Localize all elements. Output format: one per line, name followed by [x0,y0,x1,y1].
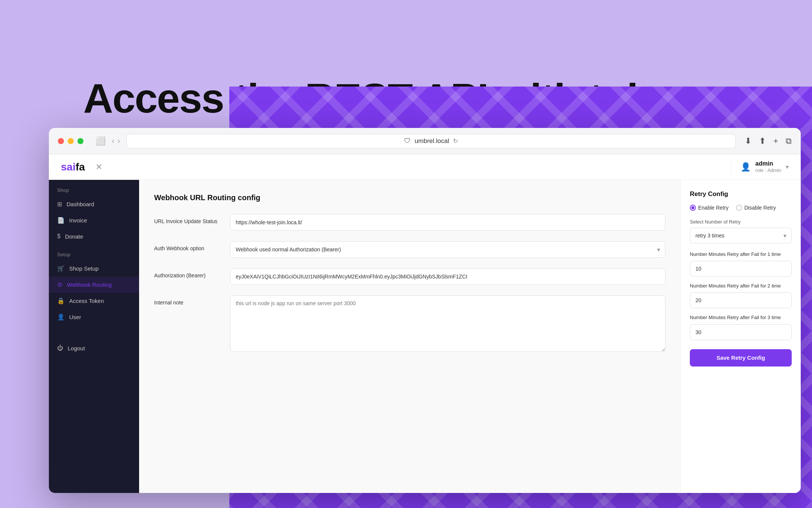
center-panel: Webhook URL Routing config URL Invoice U… [139,180,680,493]
retry-count-select[interactable]: retry 1 time retry 2 times retry 3 times… [690,228,792,243]
sidebar-item-label: Dashboard [67,201,94,207]
sidebar-item-label: Logout [68,345,85,351]
sidebar-item-dashboard[interactable]: ⊞ Dashboard [49,196,139,212]
fail3-input[interactable] [690,324,792,340]
sidebar-item-user[interactable]: 👤 User [49,309,139,325]
auth-label: Auth Webhook option [154,241,218,252]
sidebar-section-shop: Shop [49,180,139,196]
admin-info: admin role : Admin [755,160,781,174]
auth-control: Webhook used normal Authorization (Beare… [230,241,665,258]
shop-setup-icon: 🛒 [57,265,65,272]
sidebar: Shop ⊞ Dashboard 📄 Invoice $ Donate Setu… [49,154,139,493]
retry-select-wrapper: retry 1 time retry 2 times retry 3 times… [690,228,792,243]
donate-icon: $ [57,233,61,240]
browser-window: ⬜ ‹ › 🛡 umbrel.local ↻ ⬇ ⬆ + ⧉ saifa ✕ 👤 [49,128,801,493]
chevron-down-icon[interactable]: ▾ [786,163,789,170]
sidebar-item-label: Access Token [69,298,104,304]
new-tab-icon[interactable]: + [773,136,778,146]
sidebar-item-label: User [69,314,81,320]
sidebar-item-label: Donate [65,233,83,240]
enable-retry-radio[interactable] [690,205,696,211]
disable-retry-label: Disable Retry [744,205,776,211]
sidebar-item-invoice[interactable]: 📄 Invoice [49,212,139,228]
webhook-icon: ⚙ [57,281,62,288]
header-right: 👤 admin role : Admin ▾ [731,160,789,174]
admin-name: admin [755,160,781,168]
enable-retry-label: Enable Retry [698,205,729,211]
sidebar-item-shop-setup[interactable]: 🛒 Shop Setup [49,260,139,277]
close-icon[interactable]: ✕ [95,162,102,172]
note-textarea[interactable] [230,295,665,352]
retry-radio-group: Enable Retry Disable Retry [690,205,792,211]
retry-title: Retry Config [690,190,792,198]
select-retry-label: Select Number of Retry [690,219,792,225]
access-token-icon: 🔒 [57,297,65,304]
sidebar-item-logout[interactable]: ⏻ Logout [49,340,139,356]
panel-title: Webhook URL Routing config [154,193,665,202]
url-text: umbrel.local [415,137,449,145]
shield-icon: 🛡 [404,137,411,145]
tabs-icon[interactable]: ⧉ [786,136,792,146]
user-icon: 👤 [741,162,751,172]
sidebar-item-label: Invoice [69,217,87,224]
sidebar-item-label: Webhook Routing [67,281,112,288]
url-input[interactable] [230,214,665,231]
sidebar-item-donate[interactable]: $ Donate [49,228,139,244]
note-label: Internal note [154,295,218,307]
browser-actions: ⬇ ⬆ + ⧉ [745,136,792,146]
sidebar-item-webhook-routing[interactable]: ⚙ Webhook Routing [49,277,139,293]
app-logo: saifa [61,161,85,173]
minimize-button[interactable] [68,138,74,144]
auth-select[interactable]: Webhook used normal Authorization (Beare… [230,241,665,258]
url-control [230,214,665,231]
main-content: Webhook URL Routing config URL Invoice U… [139,154,801,493]
form-row-note: Internal note [154,295,665,353]
fail1-input[interactable] [690,261,792,277]
sidebar-item-access-token[interactable]: 🔒 Access Token [49,293,139,309]
invoice-icon: 📄 [57,217,65,224]
reload-icon[interactable]: ↻ [453,137,458,144]
sidebar-section-setup: Setup [49,244,139,260]
form-row-auth: Auth Webhook option Webhook used normal … [154,241,665,258]
logout-icon: ⏻ [57,345,63,351]
fail2-label: Number Minutes Retry after Fail for 2 ti… [690,283,792,289]
disable-retry-radio[interactable] [736,205,742,211]
auth-select-wrapper: Webhook used normal Authorization (Beare… [230,241,665,258]
bearer-control [230,268,665,285]
address-bar[interactable]: 🛡 umbrel.local ↻ [126,134,736,148]
browser-nav: ‹ › [112,136,120,146]
bearer-label: Authorization (Bearer) [154,268,218,280]
logo-ifa: fa [76,161,85,173]
app-layout: saifa ✕ 👤 admin role : Admin ▾ Shop ⊞ Da… [49,154,801,493]
share-icon[interactable]: ⬆ [759,136,766,146]
logo-sa: sai [61,161,76,173]
dashboard-icon: ⊞ [57,201,62,208]
browser-chrome: ⬜ ‹ › 🛡 umbrel.local ↻ ⬇ ⬆ + ⧉ [49,128,801,154]
sidebar-toggle-icon[interactable]: ⬜ [95,136,106,146]
close-button[interactable] [58,138,64,144]
retry-panel: Retry Config Enable Retry Disable Retry … [680,180,801,493]
note-control [230,295,665,353]
save-retry-button[interactable]: Save Retry Config [690,349,792,367]
user-nav-icon: 👤 [57,313,65,321]
disable-retry-option[interactable]: Disable Retry [736,205,776,211]
url-label: URL Invoice Update Status [154,214,218,225]
download-icon[interactable]: ⬇ [745,136,751,146]
traffic-lights [58,138,83,144]
admin-role: role : Admin [755,167,781,174]
maximize-button[interactable] [77,138,83,144]
fail3-label: Number Minutes Retry after Fail for 3 ti… [690,314,792,321]
fail2-input[interactable] [690,292,792,308]
back-button[interactable]: ‹ [112,136,114,146]
app-header: saifa ✕ 👤 admin role : Admin ▾ [49,154,801,180]
sidebar-item-label: Shop Setup [69,265,98,272]
bearer-input[interactable] [230,268,665,285]
forward-button[interactable]: › [117,136,120,146]
fail1-label: Number Minutes Retry after Fail for 1 ti… [690,251,792,258]
form-row-url: URL Invoice Update Status [154,214,665,231]
form-row-bearer: Authorization (Bearer) [154,268,665,285]
enable-retry-option[interactable]: Enable Retry [690,205,729,211]
